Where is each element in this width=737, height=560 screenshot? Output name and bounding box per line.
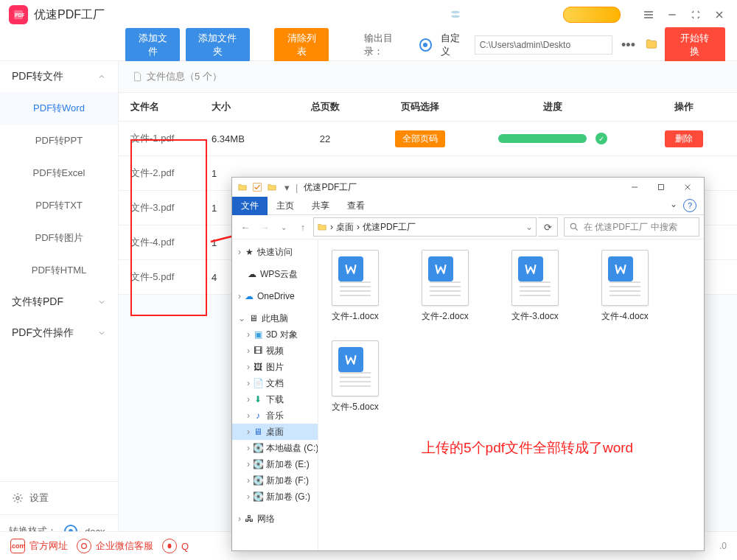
tree-3d[interactable]: ›▣3D 对象: [232, 326, 318, 343]
minimize-icon[interactable]: [663, 6, 681, 24]
explorer-titlebar: ▾ | 优速PDF工厂: [232, 178, 704, 197]
tree-pictures[interactable]: ›🖼图片: [232, 359, 318, 375]
gear-icon: [12, 492, 24, 504]
nav-recent-icon[interactable]: ⌄: [275, 218, 293, 236]
star-icon: ★: [244, 247, 254, 257]
checkbox-icon[interactable]: [251, 181, 263, 193]
tree-wps[interactable]: ☁WPS云盘: [232, 266, 318, 282]
sidebar: PDF转文件 PDF转Word PDF转PPT PDF转Excel PDF转TX…: [0, 61, 119, 547]
explorer-maximize-icon[interactable]: [649, 179, 673, 195]
word-icon: [422, 250, 469, 306]
explorer-minimize-icon[interactable]: [623, 179, 646, 195]
file-item[interactable]: 文件-5.docx: [326, 340, 385, 413]
tree-vol-f[interactable]: ›💽新加卷 (F:): [232, 472, 318, 489]
word-icon: [601, 250, 649, 306]
image-icon: 🖼: [253, 362, 263, 372]
sidebar-item-pdf-to-ppt[interactable]: PDF转PPT: [0, 125, 118, 157]
file-item[interactable]: 文件-1.docx: [326, 250, 385, 323]
sidebar-group-pdf-ops[interactable]: PDF文件操作: [0, 318, 118, 349]
wecom-icon: [77, 539, 91, 553]
sidebar-group-file-to-pdf[interactable]: 文件转PDF: [0, 287, 118, 318]
explorer-close-icon[interactable]: [676, 179, 699, 195]
tab-view[interactable]: 查看: [338, 197, 374, 215]
col-size: 大小: [212, 100, 285, 113]
nav-forward-icon[interactable]: →: [256, 218, 273, 236]
col-pages: 总页数: [285, 100, 365, 113]
music-icon: ♪: [253, 410, 263, 421]
tree-desktop[interactable]: ›🖥桌面: [232, 424, 318, 440]
menu-icon[interactable]: [640, 6, 657, 24]
avatar-icon[interactable]: [445, 9, 466, 21]
tree-local-c[interactable]: ›💽本地磁盘 (C:): [232, 440, 318, 456]
sidebar-item-pdf-to-html[interactable]: PDF转HTML: [0, 254, 118, 287]
file-item[interactable]: 文件-3.docx: [506, 250, 565, 323]
explorer-tree: ›★快速访问 ☁WPS云盘 ›☁OneDrive ⌄🖥此电脑 ›▣3D 对象 ›…: [232, 239, 318, 550]
tab-file[interactable]: 文件: [232, 197, 268, 215]
start-convert-button[interactable]: 开始转换: [665, 27, 725, 63]
tree-network[interactable]: ›🖧网络: [232, 511, 318, 527]
tab-home[interactable]: 主页: [268, 197, 303, 215]
folder-icon: [237, 181, 248, 193]
nav-back-icon[interactable]: ←: [237, 218, 254, 236]
page-all-badge[interactable]: 全部页码: [395, 130, 445, 147]
more-path-icon[interactable]: •••: [618, 38, 638, 53]
download-icon: ⬇: [253, 394, 263, 405]
output-path-input[interactable]: [475, 35, 612, 55]
tree-quick-access[interactable]: ›★快速访问: [232, 244, 318, 260]
ribbon-expand-icon[interactable]: ⌄: [670, 199, 677, 212]
progress-bar: [498, 134, 587, 143]
doc-icon: 📄: [253, 378, 263, 388]
table-row: 文件-1.pdf 6.34MB 22 全部页码 ✓ 删除: [119, 122, 737, 156]
svg-point-2: [451, 11, 460, 14]
close-icon[interactable]: [710, 6, 728, 24]
user-badge[interactable]: [563, 7, 621, 23]
delete-button[interactable]: 删除: [665, 130, 703, 147]
add-folder-button[interactable]: 添加文件夹: [186, 28, 250, 62]
tree-videos[interactable]: ›🎞视频: [232, 343, 318, 359]
word-icon: [332, 340, 379, 396]
tree-vol-g[interactable]: ›💽新加卷 (G:): [232, 489, 318, 505]
file-item[interactable]: 文件-4.docx: [595, 250, 654, 323]
open-folder-icon[interactable]: [644, 38, 659, 53]
file-info-bar: 文件信息（5 个）: [119, 61, 737, 92]
footer-qq[interactable]: Q: [162, 539, 189, 553]
footer-wecom[interactable]: 企业微信客服: [77, 539, 153, 553]
tree-docs[interactable]: ›📄文档: [232, 375, 318, 391]
folder-icon: [317, 222, 327, 232]
explorer-file-pane[interactable]: 文件-1.docx 文件-2.docx 文件-3.docx 文件-4.docx …: [318, 239, 704, 550]
sidebar-settings[interactable]: 设置: [0, 481, 118, 514]
video-icon: 🎞: [253, 346, 263, 356]
tab-share[interactable]: 共享: [303, 197, 338, 215]
desktop-icon: 🖥: [253, 427, 263, 437]
tree-music[interactable]: ›♪音乐: [232, 407, 318, 424]
title-bar: PDF 优速PDF工厂: [0, 0, 737, 29]
refresh-icon[interactable]: ⟳: [538, 217, 558, 237]
sidebar-item-pdf-to-image[interactable]: PDF转图片: [0, 222, 118, 254]
footer-site[interactable]: .com 官方网址: [10, 539, 68, 553]
tree-downloads[interactable]: ›⬇下载: [232, 391, 318, 407]
breadcrumb-dropdown-icon[interactable]: ⌄: [525, 222, 533, 232]
qq-icon: [162, 539, 177, 553]
sidebar-item-pdf-to-excel[interactable]: PDF转Excel: [0, 157, 118, 189]
tree-vol-e[interactable]: ›💽新加卷 (E:): [232, 456, 318, 472]
sidebar-group-pdf-to-file[interactable]: PDF转文件: [0, 61, 118, 92]
custom-radio[interactable]: [419, 38, 432, 52]
add-file-button[interactable]: 添加文件: [125, 28, 180, 62]
search-icon: [569, 222, 579, 232]
maximize-icon[interactable]: [687, 6, 705, 24]
tree-onedrive[interactable]: ›☁OneDrive: [232, 288, 318, 304]
explorer-search-input[interactable]: 在 优速PDF工厂 中搜索: [564, 217, 699, 237]
sidebar-item-pdf-to-word[interactable]: PDF转Word: [0, 92, 118, 125]
tree-this-pc[interactable]: ⌄🖥此电脑: [232, 310, 318, 326]
nav-up-icon[interactable]: ↑: [294, 218, 312, 236]
svg-point-4: [16, 497, 19, 500]
help-icon[interactable]: ?: [683, 199, 696, 212]
sidebar-item-pdf-to-txt[interactable]: PDF转TXT: [0, 189, 118, 222]
network-icon: 🖧: [244, 514, 254, 524]
file-item[interactable]: 文件-2.docx: [416, 250, 475, 323]
cloud-icon: ☁: [244, 291, 254, 301]
col-op: 操作: [630, 100, 737, 113]
col-pagesel: 页码选择: [365, 100, 475, 113]
breadcrumb[interactable]: › 桌面 › 优速PDF工厂 ⌄: [313, 217, 537, 237]
clear-list-button[interactable]: 清除列表: [274, 28, 329, 62]
